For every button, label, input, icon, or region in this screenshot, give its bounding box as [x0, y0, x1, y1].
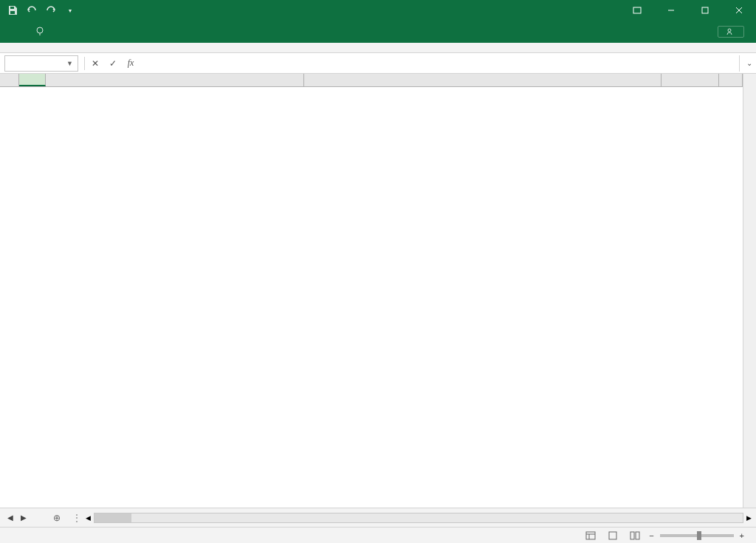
- save-icon[interactable]: [4, 2, 21, 18]
- tell-me-search[interactable]: [28, 27, 56, 37]
- fx-icon[interactable]: fx: [122, 55, 140, 72]
- maximize-icon[interactable]: [688, 0, 722, 21]
- view-normal-icon[interactable]: [583, 529, 599, 542]
- svg-rect-15: [636, 532, 639, 539]
- lightbulb-icon: [35, 27, 44, 37]
- new-sheet-icon[interactable]: ⊕: [46, 513, 68, 523]
- close-icon[interactable]: [722, 0, 756, 21]
- status-bar: − +: [0, 527, 756, 543]
- scroll-right-icon[interactable]: ▶: [746, 514, 752, 522]
- window-controls: [620, 0, 756, 21]
- ribbon-display-icon[interactable]: [620, 0, 654, 21]
- svg-rect-14: [630, 532, 634, 539]
- view-page-break-icon[interactable]: [627, 529, 643, 542]
- horizontal-scrollbar[interactable]: ◀ ▶: [81, 513, 756, 523]
- formula-bar: ▼ ✕ ✓ fx ⌄: [0, 53, 756, 74]
- share-icon: [726, 28, 733, 35]
- zoom-out-icon[interactable]: −: [649, 531, 653, 540]
- svg-rect-1: [10, 11, 15, 14]
- ribbon-collapsed-area: [0, 43, 756, 53]
- undo-icon[interactable]: [24, 2, 40, 18]
- svg-rect-4: [702, 7, 708, 13]
- scroll-left-icon[interactable]: ◀: [86, 514, 91, 522]
- col-header[interactable]: [662, 74, 719, 86]
- col-header[interactable]: [719, 74, 743, 86]
- quick-access-toolbar: ▾: [0, 2, 83, 18]
- col-header[interactable]: [304, 74, 662, 86]
- zoom-slider[interactable]: [660, 534, 734, 537]
- svg-rect-10: [586, 532, 595, 539]
- vertical-scrollbar[interactable]: [743, 74, 756, 508]
- svg-rect-2: [633, 7, 641, 13]
- view-page-layout-icon[interactable]: [605, 529, 621, 542]
- svg-rect-13: [609, 532, 616, 539]
- sheet-tab-bar: ◀ ▶ ⊕ ⋮ ◀ ▶: [0, 508, 756, 527]
- expand-formula-bar-icon[interactable]: ⌄: [743, 59, 756, 67]
- redo-icon[interactable]: [43, 2, 59, 18]
- minimize-icon[interactable]: [654, 0, 688, 21]
- svg-point-9: [728, 29, 731, 32]
- sheet-nav-prev-icon[interactable]: ◀: [4, 513, 16, 522]
- sheet-nav-next-icon[interactable]: ▶: [18, 513, 30, 522]
- tab-file[interactable]: [4, 21, 25, 43]
- ribbon: [0, 21, 756, 43]
- qat-customize-icon[interactable]: ▾: [62, 2, 78, 18]
- grid-rows: [0, 87, 743, 508]
- enter-icon[interactable]: ✓: [104, 55, 122, 72]
- column-headers: [0, 74, 743, 87]
- share-button[interactable]: [718, 26, 744, 38]
- cancel-icon[interactable]: ✕: [86, 55, 104, 72]
- svg-rect-0: [10, 7, 14, 9]
- chevron-down-icon[interactable]: ▼: [66, 60, 73, 67]
- title-bar: ▾: [0, 0, 756, 21]
- worksheet-grid: [0, 74, 756, 508]
- name-box[interactable]: ▼: [4, 55, 78, 72]
- svg-point-7: [37, 27, 43, 33]
- select-all-corner[interactable]: [0, 74, 19, 86]
- formula-input[interactable]: [140, 55, 740, 72]
- col-header[interactable]: [46, 74, 304, 86]
- zoom-in-icon[interactable]: +: [740, 531, 744, 540]
- col-header[interactable]: [19, 74, 46, 86]
